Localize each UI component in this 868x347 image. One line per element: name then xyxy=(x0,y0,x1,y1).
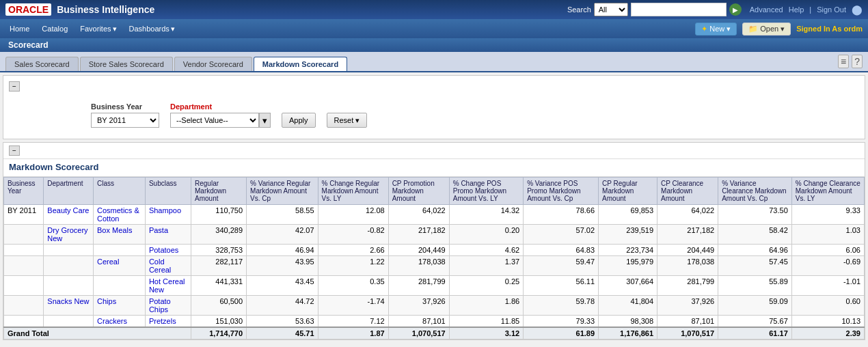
table-cell xyxy=(4,225,44,245)
table-cell[interactable]: Potato Chips xyxy=(145,296,191,316)
table-cell: 281,799 xyxy=(657,276,718,296)
table-cell: 73.50 xyxy=(718,205,792,225)
view-options-icon[interactable]: ≡ xyxy=(838,55,849,68)
table-cell: 223,734 xyxy=(599,245,657,256)
table-cell[interactable]: Snacks New xyxy=(44,296,94,316)
department-filter: Department --Select Value-- ▾ xyxy=(170,102,271,128)
oracle-logo: ORACLE xyxy=(5,3,51,16)
column-header-row: Business Year Department Class Subclass … xyxy=(4,178,865,205)
new-button[interactable]: ✦ New ▾ xyxy=(695,23,737,36)
table-cell xyxy=(44,256,94,276)
table-cell xyxy=(4,245,44,256)
panel-collapse-button[interactable]: − xyxy=(9,145,20,156)
search-input[interactable] xyxy=(631,3,727,16)
table-cell: 60,500 xyxy=(191,296,247,316)
table-cell[interactable]: Chips xyxy=(94,296,146,316)
table-cell: 69,853 xyxy=(599,205,657,225)
business-year-filter: Business Year BY 2011 BY 2010 BY 2009 xyxy=(91,102,159,128)
search-button[interactable]: ▶ xyxy=(729,3,742,16)
home-nav[interactable]: Home xyxy=(5,23,33,34)
col-subclass: Subclass xyxy=(145,178,191,205)
reset-button[interactable]: Reset ▾ xyxy=(327,113,368,128)
table-cell: 75.67 xyxy=(718,316,792,328)
filter-collapse-button[interactable]: − xyxy=(9,81,20,92)
open-button[interactable]: 📁 Open ▾ xyxy=(742,23,791,36)
grand-total-cell: 45.71 xyxy=(247,327,318,339)
filter-collapse-bar[interactable]: − xyxy=(9,81,859,92)
business-year-select[interactable]: BY 2011 BY 2010 BY 2009 xyxy=(91,113,159,128)
table-cell[interactable]: Potatoes xyxy=(145,245,191,256)
col-pct-var-pos: % Variance POS Promo Markdown Amount Vs.… xyxy=(524,178,599,205)
table-cell[interactable]: Crackers xyxy=(94,316,146,328)
col-department: Department xyxy=(44,178,94,205)
table-cell: 87,101 xyxy=(388,316,449,328)
table-cell: 11.85 xyxy=(449,316,523,328)
col-pct-chg-pos: % Change POS Promo Markdown Amount Vs. L… xyxy=(449,178,523,205)
table-cell[interactable]: Shampoo xyxy=(145,205,191,225)
table-cell xyxy=(44,245,94,256)
catalog-nav[interactable]: Catalog xyxy=(38,23,72,34)
table-cell: 328,753 xyxy=(191,245,247,256)
table-cell[interactable]: Cold Cereal xyxy=(145,256,191,276)
department-dropdown-button[interactable]: ▾ xyxy=(259,113,271,128)
grand-total-cell: 1,176,861 xyxy=(599,327,657,339)
tab-vendor-scorecard[interactable]: Vendor Scorecard xyxy=(174,57,252,71)
filter-panel: − Business Year BY 2011 BY 2010 BY 2009 … xyxy=(3,75,865,139)
grand-total-cell: 1,070,517 xyxy=(657,327,718,339)
table-cell[interactable]: Cereal xyxy=(94,256,146,276)
col-pct-chg-clearance: % Change Clearance Markdown Amount Vs. L… xyxy=(791,178,864,205)
apply-button[interactable]: Apply xyxy=(282,113,316,128)
table-cell[interactable]: Pasta xyxy=(145,225,191,245)
table-cell xyxy=(4,316,44,328)
table-cell: 217,182 xyxy=(388,225,449,245)
table-cell[interactable]: Pretzels xyxy=(145,316,191,328)
bi-title: Business Intelligence xyxy=(57,4,567,15)
table-cell: 43.45 xyxy=(247,276,318,296)
table-cell: 53.63 xyxy=(247,316,318,328)
table-cell: 7.12 xyxy=(318,316,388,328)
search-label: Search xyxy=(567,5,591,14)
advanced-link[interactable]: Advanced xyxy=(750,5,783,14)
tab-list: Sales Scorecard Store Sales Scorecard Ve… xyxy=(5,57,347,71)
grand-total-cell: 61.89 xyxy=(524,327,599,339)
tab-store-sales-scorecard[interactable]: Store Sales Scorecard xyxy=(80,57,173,71)
department-select[interactable]: --Select Value-- xyxy=(170,113,259,128)
scorecard-title: Markdown Scorecard xyxy=(3,159,865,177)
favorites-nav[interactable]: Favorites ▾ xyxy=(76,23,120,35)
table-cell: 340,289 xyxy=(191,225,247,245)
table-cell: 441,331 xyxy=(191,276,247,296)
table-cell: 64,022 xyxy=(388,205,449,225)
search-scope-select[interactable]: All xyxy=(594,3,628,16)
help-icon[interactable]: ? xyxy=(852,55,863,68)
table-cell[interactable]: Box Meals xyxy=(94,225,146,245)
table-cell: 37,926 xyxy=(388,296,449,316)
table-cell: 0.25 xyxy=(449,276,523,296)
panel-collapse-bar[interactable]: − xyxy=(3,143,865,159)
col-reg-markdown: Regular Markdown Amount xyxy=(191,178,247,205)
table-cell[interactable]: Beauty Care xyxy=(44,205,94,225)
table-cell: 110,750 xyxy=(191,205,247,225)
table-cell xyxy=(4,276,44,296)
table-cell: 41,804 xyxy=(599,296,657,316)
filter-row: Business Year BY 2011 BY 2010 BY 2009 De… xyxy=(9,97,859,133)
dashboards-nav[interactable]: Dashboards ▾ xyxy=(125,23,179,35)
signout-link[interactable]: Sign Out xyxy=(817,5,846,14)
tab-markdown-scorecard[interactable]: Markdown Scorecard xyxy=(254,57,347,71)
table-cell: 79.33 xyxy=(524,316,599,328)
table-cell: 217,182 xyxy=(657,225,718,245)
grand-total-cell: 61.17 xyxy=(718,327,792,339)
table-cell[interactable]: Hot Cereal New xyxy=(145,276,191,296)
grand-total-row: Grand Total1,714,77045.711.871,070,5173.… xyxy=(4,327,865,339)
table-cell[interactable]: Cosmetics & Cotton xyxy=(94,205,146,225)
table-cell[interactable]: Dry Grocery New xyxy=(44,225,94,245)
col-cp-reg: CP Regular Markdown Amount xyxy=(599,178,657,205)
grand-total-cell: 1,714,770 xyxy=(191,327,247,339)
scorecard-table: Business Year Department Class Subclass … xyxy=(3,177,865,339)
help-link[interactable]: Help xyxy=(789,5,804,14)
col-pct-var-clearance: % Variance Clearance Markdown Amount Vs.… xyxy=(718,178,792,205)
scorecard-breadcrumb: Scorecard xyxy=(0,38,868,52)
table-cell: 59.09 xyxy=(718,296,792,316)
table-row: Hot Cereal New441,33143.450.35281,7990.2… xyxy=(4,276,865,296)
table-cell: 1.37 xyxy=(449,256,523,276)
tab-sales-scorecard[interactable]: Sales Scorecard xyxy=(5,57,79,71)
